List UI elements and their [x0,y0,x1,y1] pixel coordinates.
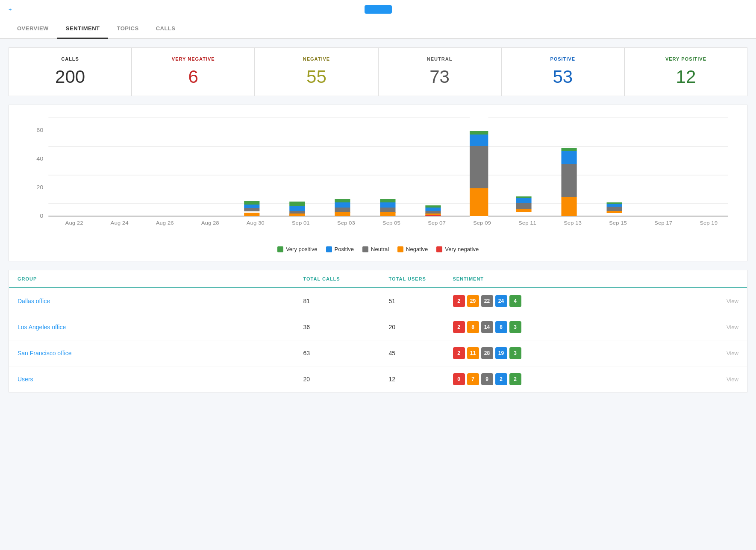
svg-rect-68 [607,202,622,204]
stat-value-negative: 55 [268,67,365,87]
add-filters-button[interactable] [9,6,12,13]
svg-rect-61 [561,197,577,216]
legend-dot [277,246,283,252]
sentiment-badges: 281483 [453,321,521,333]
svg-rect-55 [470,135,488,146]
stat-label-neutral: NEUTRAL [391,56,488,61]
sentiment-badges: 07922 [453,373,521,385]
svg-rect-37 [380,202,395,208]
legend-label: Positive [335,246,354,252]
total-calls: 81 [303,298,389,304]
sentiment-badge: 8 [495,321,507,333]
tab-calls[interactable]: CALLS [147,19,184,39]
svg-text:Sep 13: Sep 13 [564,220,582,226]
stat-cards: CALLS 200 VERY NEGATIVE 6 NEGATIVE 55 NE… [9,47,747,96]
search-button[interactable] [365,5,392,14]
stat-card-very_negative: VERY NEGATIVE 6 [132,47,255,96]
svg-rect-35 [335,212,350,216]
svg-rect-58 [516,203,531,209]
svg-rect-56 [470,131,488,135]
tab-topics[interactable]: TOPICS [108,19,147,39]
sentiment-column: 21128193 View [453,347,739,359]
svg-text:60: 60 [36,127,43,133]
svg-text:Aug 28: Aug 28 [201,220,219,226]
sentiment-badge: 14 [481,321,493,333]
stat-label-calls: CALLS [22,56,118,61]
stat-card-positive: POSITIVE 53 [501,47,624,96]
view-link[interactable]: View [727,298,738,304]
data-table: GROUPTOTAL CALLSTOTAL USERSSENTIMENT Dal… [9,270,747,392]
svg-rect-41 [425,208,441,211]
stat-label-very_negative: VERY NEGATIVE [145,56,241,61]
tab-bar: OVERVIEWSENTIMENTTOPICSCALLS [0,19,756,39]
svg-text:Sep 07: Sep 07 [428,220,446,226]
sentiment-column: 07922 View [453,373,739,385]
view-link[interactable]: View [727,324,738,331]
bar-chart: 0 20 40 60 Aug 22 Aug 24 Aug 26 Aug 28 A… [18,114,738,242]
sentiment-column: 22922244 View [453,295,739,307]
sentiment-badges: 21128193 [453,347,521,359]
svg-text:Aug 26: Aug 26 [156,220,174,226]
table-header-sentiment: SENTIMENT [453,276,739,281]
stat-label-very_positive: VERY POSITIVE [638,56,734,61]
legend-item-positive: Positive [326,246,354,252]
total-calls: 36 [303,324,389,331]
svg-rect-29 [289,206,305,211]
svg-text:Sep 11: Sep 11 [518,220,536,226]
sentiment-badge: 2 [453,295,465,307]
stat-card-calls: CALLS 200 [9,47,132,96]
stat-value-very_negative: 6 [145,67,241,87]
legend-label: Very positive [286,246,318,252]
chart-legend: Very positive Positive Neutral Negative … [18,242,738,257]
stat-card-very_positive: VERY POSITIVE 12 [624,47,747,96]
legend-label: Negative [406,246,428,252]
svg-rect-66 [607,207,622,211]
sentiment-badge: 3 [509,321,521,333]
sentiment-badge: 4 [509,295,521,307]
top-bar [0,0,756,19]
svg-rect-31 [289,214,305,216]
svg-text:20: 20 [36,184,43,190]
svg-text:Sep 19: Sep 19 [700,220,718,226]
svg-rect-57 [516,209,531,212]
svg-rect-67 [607,204,622,207]
sentiment-badge: 24 [495,295,507,307]
sentiment-badge: 11 [467,347,479,359]
sentiment-badge: 29 [467,295,479,307]
sentiment-badge: 8 [467,321,479,333]
svg-rect-42 [425,205,441,208]
svg-text:Sep 03: Sep 03 [337,220,355,226]
tab-overview[interactable]: OVERVIEW [9,19,57,39]
svg-text:Sep 01: Sep 01 [292,220,310,226]
svg-rect-59 [516,198,531,203]
svg-rect-38 [380,199,395,202]
stat-label-positive: POSITIVE [515,56,611,61]
chart-container: 0 20 40 60 Aug 22 Aug 24 Aug 26 Aug 28 A… [9,105,747,261]
view-link[interactable]: View [727,376,738,383]
group-name[interactable]: Users [18,376,303,383]
legend-label: Very negative [445,246,479,252]
stat-card-negative: NEGATIVE 55 [255,47,378,96]
table-header: GROUPTOTAL CALLSTOTAL USERSSENTIMENT [9,270,747,288]
main-content: CALLS 200 VERY NEGATIVE 6 NEGATIVE 55 NE… [0,39,756,401]
tab-sentiment[interactable]: SENTIMENT [57,19,109,39]
total-users: 20 [389,324,453,331]
legend-dot [362,246,368,252]
svg-text:Sep 05: Sep 05 [382,220,400,226]
legend-dot [436,246,442,252]
svg-rect-30 [289,202,305,206]
view-link[interactable]: View [727,350,738,357]
group-name[interactable]: Dallas office [18,298,303,304]
sentiment-badge: 28 [481,347,493,359]
total-users: 51 [389,298,453,304]
svg-rect-26 [244,201,259,205]
stat-value-neutral: 73 [391,67,488,87]
group-name[interactable]: San Francisco office [18,350,303,357]
svg-text:Aug 24: Aug 24 [111,220,129,226]
stat-label-negative: NEGATIVE [268,56,365,61]
svg-rect-24 [244,208,259,211]
svg-rect-64 [561,148,577,151]
legend-item-negative: Negative [397,246,428,252]
svg-rect-54 [470,146,488,188]
group-name[interactable]: Los Angeles office [18,324,303,331]
